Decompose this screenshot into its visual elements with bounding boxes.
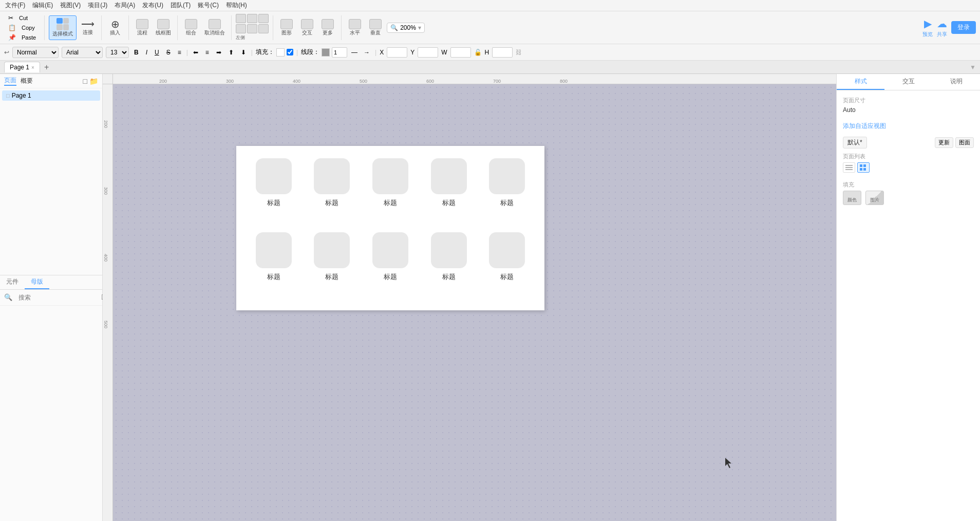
menu-file[interactable]: 文件(F) [2,0,28,11]
page-tab-close[interactable]: × [31,65,34,70]
tab-scroll-right[interactable]: ▼ [970,64,976,71]
text-align-top[interactable]: ⬆ [227,48,236,57]
menu-bar: 文件(F) 编辑(E) 视图(V) 项目(J) 布局(A) 发布(U) 团队(T… [0,0,980,11]
paste-button[interactable]: 📌 Paste [4,33,40,42]
search-input[interactable] [14,292,100,303]
font-size-dropdown[interactable]: 13 [106,47,129,58]
distribute-h-button[interactable]: 水平 [346,18,364,38]
align-top-button[interactable] [236,24,246,33]
fill-checkbox[interactable] [287,49,293,55]
add-adaptive-link[interactable]: 添加自适应视图 [843,122,974,131]
menu-team[interactable]: 团队(T) [167,0,194,11]
grid-thumb-7[interactable] [314,232,350,268]
underline-button[interactable]: U [153,48,161,57]
outline-tab[interactable]: 概要 [21,77,33,85]
fill-color-option[interactable]: 颜色 [843,191,861,205]
pages-tab[interactable]: 页面 [4,76,16,86]
text-align-middle[interactable]: ⬇ [239,48,248,57]
y-input[interactable] [418,47,438,58]
update-button[interactable]: 更新 [935,137,953,148]
bold-button[interactable]: B [132,48,141,57]
italic-button[interactable]: I [144,48,149,57]
shape-button[interactable]: 图形 [277,18,296,38]
grid-thumb-2[interactable] [314,158,350,194]
stroke-style-button[interactable]: — [349,48,360,57]
align-bottom-button[interactable] [258,24,269,33]
ungroup-button[interactable]: 取消组合 [202,18,227,38]
copy-button[interactable]: 📋 Copy [4,23,40,32]
lock-icon[interactable]: 🔓 [474,49,482,56]
h-input[interactable] [492,47,513,58]
grid-thumb-5[interactable] [489,158,525,194]
align-center-button[interactable] [247,14,257,23]
interactive-button[interactable]: 交互 [298,18,316,38]
text-align-right[interactable]: ➡ [214,48,223,57]
fill-options: 颜色 图片 [843,191,974,205]
page-tab-1[interactable]: Page 1 × [4,62,40,72]
strikethrough-button[interactable]: S [164,48,173,57]
notes-tab[interactable]: 说明 [932,74,980,90]
list-button[interactable]: ≡ [176,48,183,57]
grid-thumb-1[interactable] [256,158,292,194]
menu-edit[interactable]: 编辑(E) [29,0,56,11]
aspect-ratio-icon[interactable]: ⛓ [516,49,522,56]
color-label: 颜色 [847,197,857,203]
flow-button[interactable]: 流程 [133,18,152,38]
preview-page-button[interactable]: 图面 [955,137,974,148]
stroke-end-button[interactable]: → [362,48,372,57]
menu-help[interactable]: 帮助(H) [223,0,250,11]
canvas-scroll[interactable]: 标题 标题 标题 标题 [113,84,836,521]
undo-icon[interactable]: ↩ [4,49,9,56]
select-mode-button[interactable]: 选择模式 [49,15,77,40]
page-item-1[interactable]: □ Page 1 [2,90,100,101]
login-button[interactable]: 登录 [951,21,976,34]
distribute-v-button[interactable]: 垂直 [366,18,385,38]
align-left-button[interactable] [236,14,246,23]
align-right-button[interactable] [258,14,269,23]
grid-thumb-10[interactable] [489,232,525,268]
grid-thumb-6[interactable] [256,232,292,268]
elements-tab[interactable]: 元件 [0,275,25,289]
font-dropdown[interactable]: Arial [62,47,103,58]
style-dropdown[interactable]: Normal [12,47,59,58]
pagination-grid-icon[interactable] [857,162,870,173]
text-align-center[interactable]: ≡ [203,48,211,57]
text-align-left[interactable]: ⬅ [191,48,200,57]
interaction-tab[interactable]: 交互 [884,74,932,90]
add-folder-icon[interactable]: 📁 [89,77,98,85]
style-tab[interactable]: 样式 [837,74,884,90]
fill-color-swatch[interactable] [276,48,285,57]
w-input[interactable] [450,47,471,58]
share-button[interactable]: ☁ 共享 [937,17,947,38]
add-tab-button[interactable]: + [42,63,51,72]
mockup-button[interactable]: 线框图 [154,18,173,38]
fill-image-option[interactable]: 图片 [865,191,884,205]
ruler-vmark-200: 200 [103,120,108,128]
masters-tab[interactable]: 母版 [25,275,49,289]
svg-rect-4 [863,164,866,167]
align-middle-button[interactable] [247,24,257,33]
preview-button[interactable]: ▶ 预览 [922,17,933,38]
stroke-width-input[interactable] [332,47,347,58]
zoom-control[interactable]: 🔍 200% ▾ [387,23,425,33]
grid-thumb-9[interactable] [431,232,467,268]
menu-publish[interactable]: 发布(U) [139,0,166,11]
cut-button[interactable]: ✂ Cut [4,13,40,23]
separator-3: | [296,49,298,56]
add-page-icon[interactable]: □ [83,77,87,85]
more-button[interactable]: 更多 [318,18,337,38]
grid-thumb-3[interactable] [372,158,408,194]
connect-button[interactable]: ⟶ 连接 [79,18,97,37]
pagination-list-icon[interactable] [843,162,855,173]
menu-project[interactable]: 项目(J) [85,0,110,11]
search-icon: 🔍 [4,293,12,301]
x-input[interactable] [387,47,407,58]
grid-thumb-4[interactable] [431,158,467,194]
menu-view[interactable]: 视图(V) [57,0,84,11]
menu-account[interactable]: 账号(C) [195,0,222,11]
grid-thumb-8[interactable] [372,232,408,268]
menu-layout[interactable]: 布局(A) [111,0,138,11]
arrange-button[interactable]: 组合 [182,18,200,38]
stroke-color-swatch[interactable] [322,48,330,57]
insert-button[interactable]: ⊕ 插入 [106,18,124,38]
